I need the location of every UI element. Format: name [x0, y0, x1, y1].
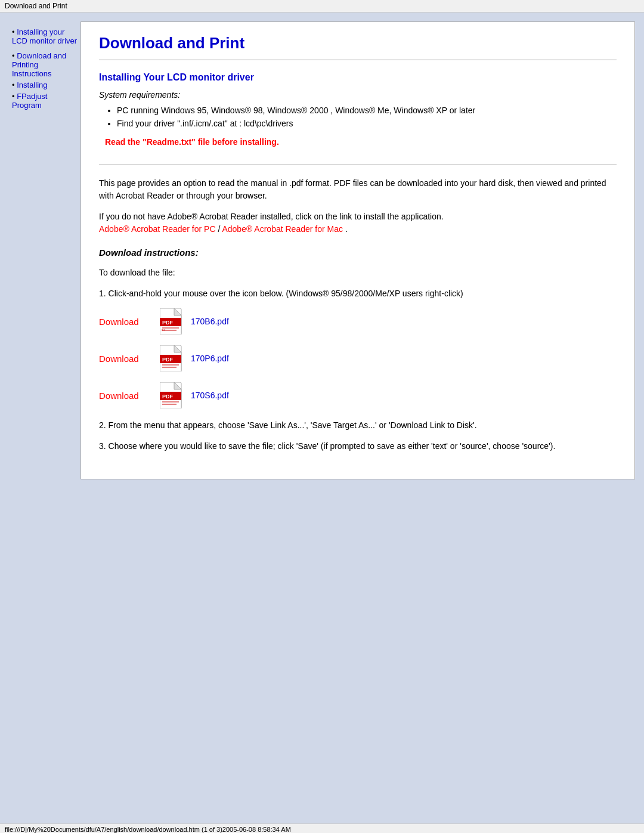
bullet-item-1: PC running Windows 95, Windows® 98, Wind… [117, 106, 617, 115]
step3: 3. Choose where you would like to save t… [99, 440, 617, 453]
svg-text:PDF: PDF [162, 394, 174, 400]
para1: This page provides an option to read the… [99, 177, 617, 202]
status-bar: file:///D|/My%20Documents/dfu/A7/english… [0, 823, 644, 833]
pdf-icon-2: PDF [160, 345, 184, 371]
download-filename-2[interactable]: 170P6.pdf [191, 354, 229, 363]
sidebar-link-1[interactable]: Installing your LCD monitor driver [12, 27, 77, 45]
para2-start: If you do not have Adobe® Acrobat Reader… [99, 212, 444, 221]
step2: 2. From the menu that appears, choose 'S… [99, 419, 617, 432]
section-heading: Installing Your LCD monitor driver [99, 72, 617, 83]
sidebar-link-installing[interactable]: Installing [17, 80, 47, 89]
download-filename-1[interactable]: 170B6.pdf [191, 317, 229, 326]
inner-wrapper: Installing your LCD monitor driver Downl… [9, 21, 635, 479]
bullet-item-2: Find your driver ".inf/.icm/.cat" at : l… [117, 119, 617, 128]
sidebar-item-2[interactable]: Download and Printing Instructions [12, 51, 78, 78]
pdf-icon-3: PDF [160, 382, 184, 408]
download-row-1: Download PDF ✂ 170B6.pdf [99, 308, 617, 335]
download-row-3: Download PDF 170S6.pdf [99, 382, 617, 408]
download-label-2[interactable]: Download [99, 354, 153, 364]
sidebar-nav: Installing your LCD monitor driver Downl… [12, 27, 78, 110]
title-bar-text: Download and Print [5, 2, 67, 10]
sidebar-link-2[interactable]: Download and Printing Instructions [12, 51, 66, 78]
to-download: To download the file: [99, 267, 617, 279]
para2: If you do not have Adobe® Acrobat Reader… [99, 210, 617, 236]
download-row-2: Download PDF 170P6.pdf [99, 345, 617, 371]
readme-notice: Read the "Readme.txt" file before instal… [105, 137, 617, 147]
svg-text:PDF: PDF [162, 357, 174, 363]
system-req-label: System requirements: [99, 90, 617, 100]
download-instructions-heading: Download instructions: [99, 247, 617, 258]
title-bar: Download and Print [0, 0, 644, 13]
step1: 1. Click-and-hold your mouse over the ic… [99, 287, 617, 300]
main-content: Download and Print Installing Your LCD m… [80, 21, 635, 479]
para2-end: . [345, 224, 348, 234]
download-filename-3[interactable]: 170S6.pdf [191, 391, 229, 400]
sidebar-link-3[interactable]: FPadjust Program [12, 92, 47, 110]
acrobat-mac-link[interactable]: Adobe® Acrobat Reader for Mac [222, 224, 343, 234]
status-bar-text: file:///D|/My%20Documents/dfu/A7/english… [5, 826, 291, 833]
sidebar-item-1[interactable]: Installing your LCD monitor driver [12, 27, 78, 45]
divider-top [99, 60, 617, 60]
divider-mid [99, 165, 617, 165]
pdf-icon-1: PDF ✂ [160, 308, 184, 335]
bullet-list: PC running Windows 95, Windows® 98, Wind… [117, 106, 617, 128]
download-label-1[interactable]: Download [99, 317, 153, 327]
sidebar-item-installing[interactable]: Installing [12, 80, 78, 89]
sidebar-item-3[interactable]: FPadjust Program [12, 92, 78, 110]
acrobat-pc-link[interactable]: Adobe® Acrobat Reader for PC [99, 224, 216, 234]
outer-wrapper: Installing your LCD monitor driver Downl… [0, 13, 644, 823]
sidebar: Installing your LCD monitor driver Downl… [9, 21, 80, 479]
download-label-3[interactable]: Download [99, 391, 153, 401]
svg-text:PDF: PDF [162, 320, 174, 326]
page-title: Download and Print [99, 34, 617, 52]
